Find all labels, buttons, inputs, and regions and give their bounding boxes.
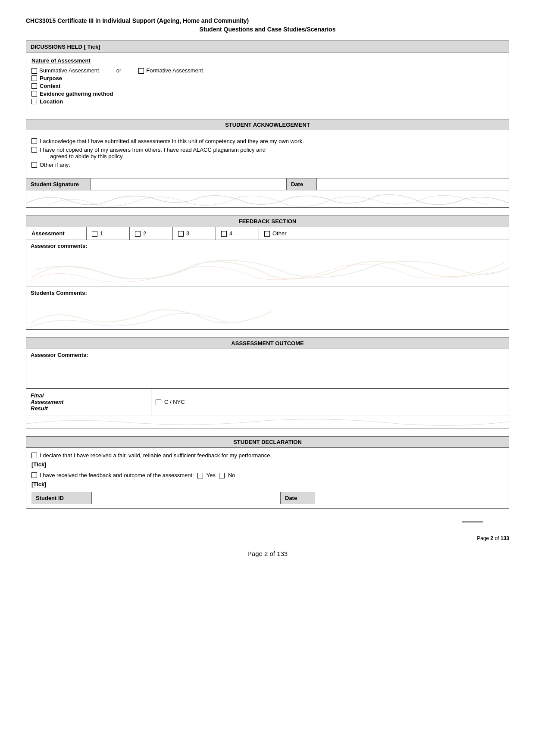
assessor-comments-row: Assessor comments:: [26, 240, 509, 287]
final-checkbox[interactable]: [156, 400, 161, 405]
assess-other-label: Other: [272, 230, 287, 237]
declaration-section: STUDENT DECLARATION I declare that I hav…: [26, 436, 509, 509]
decl-tick-1: [Tick]: [31, 461, 504, 468]
assessment-row: Assessment 1 2 3 4 Other: [26, 227, 509, 240]
outcome-header: ASSSESSMENT OUTCOME: [26, 338, 509, 349]
ack-line-2: I have not copied any of my answers from…: [31, 147, 504, 159]
assess-cb-other[interactable]: [264, 231, 270, 237]
feedback-header: FEEDBACK SECTION: [26, 216, 509, 227]
title-sub: Student Questions and Case Studies/Scena…: [26, 26, 509, 33]
feedback-section: FEEDBACK SECTION Assessment 1 2 3 4 Othe…: [26, 216, 509, 330]
decl-no-checkbox[interactable]: [219, 473, 225, 478]
student-id-label: Student ID: [31, 492, 92, 504]
location-checkbox[interactable]: [31, 99, 37, 104]
students-scribble: [26, 299, 509, 329]
page-footer: Page 2 of 133: [26, 535, 509, 541]
decl-text-2: I have received the feedback and outcome…: [40, 472, 194, 478]
summative-checkbox-group[interactable]: Summative Assessment: [31, 67, 99, 74]
decl-date-value: [315, 492, 504, 504]
assess-num-2: 2: [130, 227, 173, 240]
footer-total: 133: [501, 535, 509, 541]
acknowledgement-section: STUDENT ACKNOWLEGEMENT I acknowledge tha…: [26, 119, 509, 208]
assessor-inner: Assessor Comments:: [26, 349, 509, 388]
ack-header: STUDENT ACKNOWLEGEMENT: [26, 119, 509, 130]
student-id-value: [92, 492, 281, 504]
decl-line-2: I have received the feedback and outcome…: [31, 472, 504, 478]
outcome-scribble: [26, 415, 509, 428]
scribble-area: [26, 190, 509, 207]
nature-checkboxes: Purpose Context Evidence gathering metho…: [31, 75, 504, 105]
evidence-label: Evidence gathering method: [40, 91, 113, 97]
decl-inline-row: I have received the feedback and outcome…: [40, 472, 235, 478]
final-row: Final Assessment Result C / NYC: [26, 388, 509, 415]
assess-num-4: 4: [216, 227, 259, 240]
final-label-line3: Result: [31, 405, 48, 412]
evidence-checkbox[interactable]: [31, 91, 37, 97]
location-row: Location: [31, 98, 504, 105]
ack-checkbox-1[interactable]: [31, 138, 37, 144]
assessment-label: Assessment: [26, 227, 87, 240]
ack-text-2: I have not copied any of my answers from…: [40, 147, 266, 159]
signature-value: [91, 178, 287, 190]
outcome-assessor-label: Assessor Comments:: [26, 349, 95, 388]
context-label: Context: [40, 83, 60, 89]
summative-checkbox[interactable]: [31, 68, 37, 74]
context-row: Context: [31, 83, 504, 89]
or-text: or: [116, 67, 122, 74]
assessor-scribble: [26, 252, 509, 287]
title-main: CHC33015 Certificate III in Individual S…: [26, 17, 509, 24]
ack-body: I acknowledge that I have submitted all …: [26, 134, 509, 175]
assess-cb-2[interactable]: [135, 231, 141, 237]
assess-num-3: 3: [173, 227, 216, 240]
outcome-section: ASSSESSMENT OUTCOME Assessor Comments: F…: [26, 337, 509, 428]
decl-no-label: No: [228, 472, 235, 478]
assess-cb-3[interactable]: [178, 231, 184, 237]
assess-cb-4[interactable]: [221, 231, 227, 237]
decl-checkbox-1[interactable]: [31, 453, 37, 458]
evidence-row: Evidence gathering method: [31, 91, 504, 97]
students-comments-label: Students Comments:: [26, 287, 509, 299]
purpose-checkbox[interactable]: [31, 75, 37, 81]
outcome-assessor-comments-row: Assessor Comments:: [26, 349, 509, 388]
ack-text-1: I acknowledge that I have submitted all …: [40, 138, 304, 144]
ack-line-3: Other if any:: [31, 162, 504, 168]
assess-num-1: 1: [87, 227, 130, 240]
ack-checkbox-3[interactable]: [31, 162, 37, 168]
summative-row: Summative Assessment or Formative Assess…: [31, 67, 504, 74]
decl-date-label: Date: [281, 492, 315, 504]
formative-checkbox-group[interactable]: Formative Assessment: [138, 67, 203, 74]
decl-header: STUDENT DECLARATION: [26, 437, 509, 448]
outcome-scribble-area: [26, 415, 509, 428]
ack-line-1: I acknowledge that I have submitted all …: [31, 138, 504, 144]
context-checkbox[interactable]: [31, 83, 37, 89]
decl-yes-checkbox[interactable]: [197, 473, 203, 478]
decl-checkbox-2[interactable]: [31, 472, 37, 478]
student-id-row: Student ID Date: [31, 492, 504, 504]
decl-tick-2: [Tick]: [31, 481, 504, 487]
final-label: Final Assessment Result: [26, 389, 95, 415]
discussions-section: DICUSSIONS HELD [ Tick] Nature of Assess…: [26, 41, 509, 111]
purpose-row: Purpose: [31, 75, 504, 81]
ack-checkbox-2[interactable]: [31, 147, 37, 153]
decorative-line: [462, 522, 483, 522]
sig-date-value: [317, 178, 509, 190]
assess-other: Other: [259, 227, 509, 240]
assess-val-3: 3: [186, 230, 189, 237]
signature-row: Student Signature Date: [26, 178, 509, 190]
final-value-label: C / NYC: [164, 399, 185, 405]
ack-text-3: Other if any:: [40, 162, 70, 168]
footer-of-text: of: [495, 535, 501, 541]
students-comments-row: Students Comments:: [26, 287, 509, 329]
sig-date-label: Date: [287, 178, 317, 190]
students-comments-body: [26, 299, 509, 329]
footer-page-label: Page: [477, 535, 490, 541]
assess-cb-1[interactable]: [92, 231, 97, 237]
discussions-header: DICUSSIONS HELD [ Tick]: [26, 41, 509, 53]
final-label-line1: Final: [31, 392, 44, 399]
location-label: Location: [40, 98, 63, 105]
decl-yes-label: Yes: [206, 472, 216, 478]
purpose-label: Purpose: [40, 75, 62, 81]
formative-label: Formative Assessment: [146, 67, 203, 74]
formative-checkbox[interactable]: [138, 68, 144, 74]
page-header: CHC33015 Certificate III in Individual S…: [26, 17, 509, 33]
